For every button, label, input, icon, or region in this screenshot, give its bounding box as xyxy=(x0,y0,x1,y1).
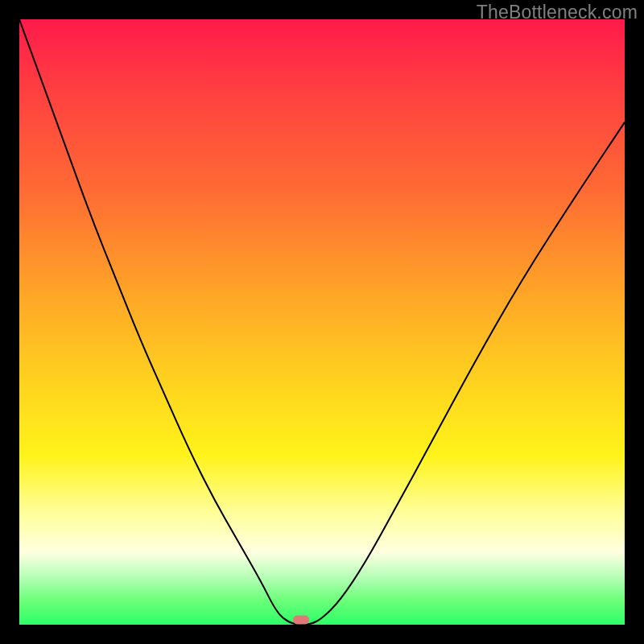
bottleneck-curve-path xyxy=(19,19,625,625)
chart-frame: TheBottleneck.com xyxy=(0,0,644,644)
chart-curve-svg xyxy=(19,19,625,625)
optimum-marker xyxy=(293,615,309,624)
chart-plot-area xyxy=(19,19,625,625)
watermark-text: TheBottleneck.com xyxy=(477,2,638,23)
